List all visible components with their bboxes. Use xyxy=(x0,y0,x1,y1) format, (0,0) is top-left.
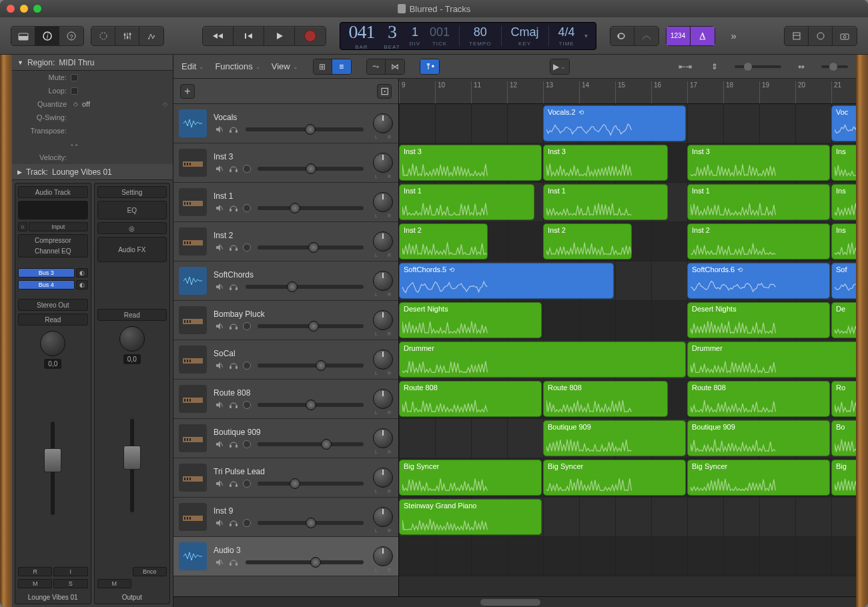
volume-slider[interactable] xyxy=(246,285,364,289)
headphones-icon[interactable] xyxy=(228,440,239,449)
record-enable-icon[interactable] xyxy=(243,204,251,212)
region[interactable]: Route 808 xyxy=(399,381,542,417)
arrange-lane[interactable] xyxy=(399,537,856,576)
automation-icon[interactable]: ⤳ xyxy=(367,59,386,74)
list-editors-button[interactable] xyxy=(785,27,809,45)
output-slot[interactable]: Stereo Out xyxy=(18,299,88,311)
headphones-icon[interactable] xyxy=(228,282,239,291)
catch-playhead-icon[interactable]: ⤒• xyxy=(420,59,439,74)
toolbar-mixer-button[interactable] xyxy=(115,27,139,45)
add-track-button[interactable]: + xyxy=(180,84,195,99)
snap-icon[interactable]: ⇤⇥ xyxy=(676,59,695,74)
region[interactable]: Boutique 909 xyxy=(543,420,686,456)
region[interactable]: Route 808 xyxy=(687,381,830,417)
region[interactable]: Big Syncer xyxy=(399,460,542,496)
arrange-lane[interactable]: SoftChords.5⟲SoftChords.6⟲Sof xyxy=(399,261,856,301)
record-enable-icon[interactable] xyxy=(243,165,251,173)
region[interactable]: Desert Nights xyxy=(687,302,830,338)
headphones-icon[interactable] xyxy=(228,361,239,370)
send-bus3[interactable]: Bus 3 xyxy=(18,268,75,277)
region[interactable]: Inst 1 xyxy=(399,184,534,220)
record-enable-icon[interactable] xyxy=(243,519,251,527)
volume-slider[interactable] xyxy=(258,245,364,249)
zoom-icon[interactable] xyxy=(33,5,41,13)
headphones-icon[interactable] xyxy=(228,243,239,252)
headphones-icon[interactable] xyxy=(228,322,239,331)
region[interactable]: Inst 3 xyxy=(543,145,668,181)
mute-icon[interactable] xyxy=(213,125,224,134)
track-header[interactable]: Route 808LR xyxy=(173,380,398,419)
functions-menu[interactable]: Functions⌄ xyxy=(215,61,260,71)
pan-knob[interactable]: LR xyxy=(373,389,393,409)
input-slot[interactable]: Input xyxy=(29,222,88,231)
zoom-horiz-icon[interactable]: ⇔ xyxy=(792,59,811,74)
track-header[interactable]: Tri Pulse LeadLR xyxy=(173,458,398,498)
pan-knob[interactable]: LR xyxy=(373,271,393,291)
send-bus4[interactable]: Bus 4 xyxy=(18,280,75,289)
arrange-lane[interactable]: Desert NightsDesert NightsDe xyxy=(399,301,856,340)
region[interactable]: Route 808 xyxy=(543,381,668,417)
global-tracks-button[interactable]: ⊡ xyxy=(377,84,392,99)
region[interactable]: Big Syncer xyxy=(687,460,830,496)
region[interactable]: Inst 1 xyxy=(687,184,830,220)
track-header[interactable]: Audio 3LR xyxy=(173,537,398,576)
track-header[interactable]: VocalsLR xyxy=(173,104,398,143)
eq-thumbnail[interactable] xyxy=(18,201,88,219)
arrange-lane[interactable]: Inst 3Inst 3Inst 3Ins xyxy=(399,143,856,183)
record-enable-icon[interactable] xyxy=(243,480,251,488)
stereo-icon[interactable]: ◎ xyxy=(97,222,167,234)
volume-slider[interactable] xyxy=(258,521,364,525)
pan-knob[interactable]: LR xyxy=(373,310,393,330)
region[interactable]: Ins xyxy=(831,223,856,259)
region[interactable]: Big xyxy=(831,460,856,496)
volume-slider[interactable] xyxy=(258,442,364,446)
region[interactable]: Ro xyxy=(831,381,856,417)
loop-checkbox[interactable] xyxy=(71,87,78,95)
region[interactable]: Ins xyxy=(831,184,856,220)
view-menu[interactable]: View⌄ xyxy=(272,61,298,71)
pan-knob[interactable]: LR xyxy=(373,468,393,488)
loop-browser-button[interactable] xyxy=(833,27,857,45)
mute-icon[interactable] xyxy=(213,361,224,370)
quantize-value[interactable]: off xyxy=(82,100,90,108)
horizontal-scrollbar[interactable] xyxy=(173,596,856,607)
region[interactable]: Drummer xyxy=(687,342,856,378)
bar-ruler[interactable]: 9101112131415161718192021 xyxy=(399,79,856,104)
pan-knob-out[interactable] xyxy=(119,326,145,352)
mute-icon[interactable] xyxy=(213,164,224,173)
automation-mode-out[interactable]: Read xyxy=(97,309,167,321)
channel-eq-slot[interactable]: Channel EQ xyxy=(18,245,88,257)
volume-slider[interactable] xyxy=(258,482,364,486)
headphones-icon[interactable] xyxy=(228,400,239,410)
pan-knob[interactable]: LR xyxy=(373,546,393,566)
region[interactable]: Bo xyxy=(831,420,856,456)
arrange-lane[interactable]: Big SyncerBig SyncerBig SyncerBig xyxy=(399,458,856,498)
region[interactable]: Ins xyxy=(831,145,856,181)
region[interactable]: SoftChords.5⟲ xyxy=(399,263,614,299)
mute-icon[interactable] xyxy=(213,518,224,528)
region[interactable]: Voc xyxy=(831,105,856,141)
close-icon[interactable] xyxy=(7,5,15,13)
region[interactable]: Inst 2 xyxy=(543,223,632,259)
eq-slot[interactable]: EQ xyxy=(97,201,167,219)
zoom-horiz-slider[interactable] xyxy=(821,65,848,68)
region[interactable]: SoftChords.6⟲ xyxy=(687,263,830,299)
track-header[interactable]: ▶ Track: Lounge Vibes 01 xyxy=(12,164,173,180)
audiofx-slot[interactable]: Audio FX xyxy=(97,237,167,262)
region[interactable]: Inst 2 xyxy=(687,223,830,259)
setting-slot[interactable]: Setting xyxy=(97,186,167,198)
volume-slider[interactable] xyxy=(246,560,364,564)
record-enable-icon[interactable] xyxy=(243,322,251,330)
headphones-icon[interactable] xyxy=(228,479,239,488)
arrange-lane[interactable]: Route 808Route 808Route 808Ro xyxy=(399,380,856,419)
library-button[interactable] xyxy=(11,27,35,45)
headphones-icon[interactable] xyxy=(228,558,239,567)
headphones-icon[interactable] xyxy=(228,203,239,213)
record-enable-icon[interactable] xyxy=(243,401,251,409)
volume-slider[interactable] xyxy=(258,206,364,210)
track-header[interactable]: Inst 2LR xyxy=(173,222,398,261)
zoom-vert-slider[interactable] xyxy=(735,65,781,68)
region[interactable]: Inst 3 xyxy=(399,145,542,181)
track-header[interactable]: Bombay PluckLR xyxy=(173,301,398,340)
inspector-button[interactable]: i xyxy=(35,27,59,45)
